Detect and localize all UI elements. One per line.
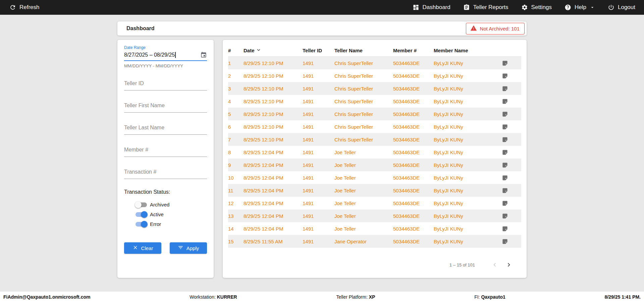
status-toggle[interactable]: Archived [124, 200, 207, 209]
note-icon[interactable] [501, 72, 509, 80]
cell-row-number: 14 [228, 226, 244, 232]
cell-teller-id: 1491 [303, 188, 334, 193]
cell-date: 8/29/25 12:10 PM [244, 86, 303, 92]
clear-button[interactable]: Clear [124, 242, 161, 254]
table-row[interactable]: 10 8/29/25 12:04 PM 1491 Joe Teller 5034… [228, 171, 521, 184]
cell-member-name: ByLyJI KUNy [434, 175, 501, 181]
note-icon[interactable] [501, 98, 509, 105]
date-range-input[interactable]: 8/27/2025 – 08/29/25 [124, 50, 207, 61]
cell-member-number: 5034463DE [393, 73, 434, 79]
table-row[interactable]: 7 8/29/25 12:10 PM 1491 Chris SuperTelle… [228, 133, 521, 146]
note-icon[interactable] [501, 85, 509, 93]
cell-teller-name: Joe Teller [334, 188, 393, 193]
note-icon[interactable] [501, 199, 509, 207]
cell-teller-id: 1491 [303, 226, 334, 232]
platform-value: XP [369, 294, 375, 300]
date-range-value: 8/27/2025 – 08/29/25 [124, 52, 175, 58]
cell-member-name: ByLyJI KUNy [434, 60, 501, 66]
table-row[interactable]: 15 8/29/25 11:55 AM 1491 Jane Operator 5… [228, 235, 521, 248]
cell-date: 8/29/25 12:10 PM [244, 111, 303, 117]
cell-row-number: 1 [228, 60, 244, 66]
status-toggle[interactable]: Error [124, 219, 207, 229]
table-row[interactable]: 14 8/29/25 12:04 PM 1491 Joe Teller 5034… [228, 222, 521, 235]
cell-teller-id: 1491 [303, 175, 334, 181]
note-icon[interactable] [501, 212, 509, 220]
cell-member-number: 5034463DE [393, 86, 434, 92]
table-row[interactable]: 8 8/29/25 12:04 PM 1491 Joe Teller 50344… [228, 146, 521, 159]
cell-date: 8/29/25 12:04 PM [244, 226, 303, 232]
table-row[interactable]: 5 8/29/25 12:10 PM 1491 Chris SuperTelle… [228, 108, 521, 120]
cell-member-number: 5034463DE [393, 213, 434, 219]
apply-button-label: Apply [186, 245, 199, 251]
cell-teller-name: Joe Teller [334, 200, 393, 206]
column-header-date-label: Date [244, 48, 255, 53]
toggle-switch[interactable] [136, 212, 147, 217]
cell-row-number: 10 [228, 175, 244, 181]
nav-logout-label: Logout [618, 4, 635, 11]
nav-help-button[interactable]: Help [565, 4, 595, 11]
cell-row-number: 5 [228, 111, 244, 117]
not-archived-badge-label: Not Archived: 101 [480, 26, 520, 32]
transaction-number-input[interactable] [124, 167, 207, 179]
nav-settings-button[interactable]: Settings [521, 4, 552, 11]
workstation-value: KURRER [217, 294, 237, 300]
teller-last-name-input[interactable] [124, 123, 207, 135]
table-row[interactable]: 13 8/29/25 12:04 PM 1491 Joe Teller 5034… [228, 209, 521, 222]
cell-teller-id: 1491 [303, 149, 334, 155]
nav-logout-button[interactable]: Logout [608, 4, 635, 11]
column-header-date[interactable]: Date [244, 47, 303, 54]
cell-date: 8/29/25 11:55 AM [244, 239, 303, 244]
table-row[interactable]: 1 8/29/25 12:10 PM 1491 Chris SuperTelle… [228, 57, 521, 69]
table-row[interactable]: 4 8/29/25 12:10 PM 1491 Chris SuperTelle… [228, 95, 521, 108]
column-header-teller-id: Teller ID [303, 48, 334, 53]
table-row[interactable]: 3 8/29/25 12:10 PM 1491 Chris SuperTelle… [228, 82, 521, 95]
table-row[interactable]: 9 8/29/25 12:04 PM 1491 Joe Teller 50344… [228, 159, 521, 171]
note-icon[interactable] [501, 174, 509, 182]
cell-date: 8/29/25 12:04 PM [244, 213, 303, 219]
teller-id-input[interactable] [124, 78, 207, 90]
cell-teller-name: Chris SuperTeller [334, 111, 393, 117]
cell-teller-name: Jane Operator [334, 239, 393, 244]
cell-teller-name: Joe Teller [334, 213, 393, 219]
main-content: Dashboard Not Archived: 101 Date Range 8… [0, 15, 644, 292]
page-header-card: Dashboard Not Archived: 101 [117, 21, 527, 36]
teller-first-name-input[interactable] [124, 101, 207, 113]
note-icon[interactable] [501, 110, 509, 118]
refresh-button[interactable]: Refresh [9, 4, 40, 11]
table-row[interactable]: 11 8/29/25 12:04 PM 1491 Joe Teller 5034… [228, 184, 521, 197]
note-icon[interactable] [501, 136, 509, 143]
date-range-helper: MM/DD/YYYY - MM/DD/YYYY [124, 63, 207, 68]
note-icon[interactable] [501, 148, 509, 156]
toggle-switch[interactable] [136, 202, 147, 207]
note-icon[interactable] [501, 238, 509, 245]
status-toggle[interactable]: Active [124, 209, 207, 219]
cell-row-number: 15 [228, 239, 244, 244]
table-row[interactable]: 2 8/29/25 12:10 PM 1491 Chris SuperTelle… [228, 69, 521, 82]
table-row[interactable]: 12 8/29/25 12:04 PM 1491 Joe Teller 5034… [228, 197, 521, 209]
apply-button[interactable]: Apply [170, 242, 207, 254]
previous-page-button[interactable] [490, 260, 500, 270]
calendar-icon[interactable] [200, 52, 207, 58]
note-icon[interactable] [501, 161, 509, 169]
note-icon[interactable] [501, 123, 509, 131]
close-icon [132, 245, 138, 251]
nav-teller-reports-button[interactable]: Teller Reports [463, 4, 508, 11]
cell-teller-name: Chris SuperTeller [334, 137, 393, 142]
note-icon[interactable] [501, 59, 509, 67]
cell-row-number: 2 [228, 73, 244, 79]
note-icon[interactable] [501, 225, 509, 233]
warning-icon [470, 25, 477, 33]
table-body: 1 8/29/25 12:10 PM 1491 Chris SuperTelle… [228, 57, 521, 248]
toggle-thumb [141, 221, 148, 228]
cell-member-number: 5034463DE [393, 60, 434, 66]
next-page-button[interactable] [504, 260, 514, 270]
member-number-input[interactable] [124, 145, 207, 157]
nav-dashboard-button[interactable]: Dashboard [413, 4, 450, 11]
footer-teller-platform: Teller Platform: XP [336, 294, 375, 300]
toggle-switch[interactable] [136, 222, 147, 227]
note-icon[interactable] [501, 187, 509, 194]
cell-teller-name: Chris SuperTeller [334, 99, 393, 104]
cell-teller-name: Joe Teller [334, 175, 393, 181]
filter-panel: Date Range 8/27/2025 – 08/29/25 MM/DD/YY… [117, 40, 214, 278]
table-row[interactable]: 6 8/29/25 12:10 PM 1491 Chris SuperTelle… [228, 120, 521, 133]
